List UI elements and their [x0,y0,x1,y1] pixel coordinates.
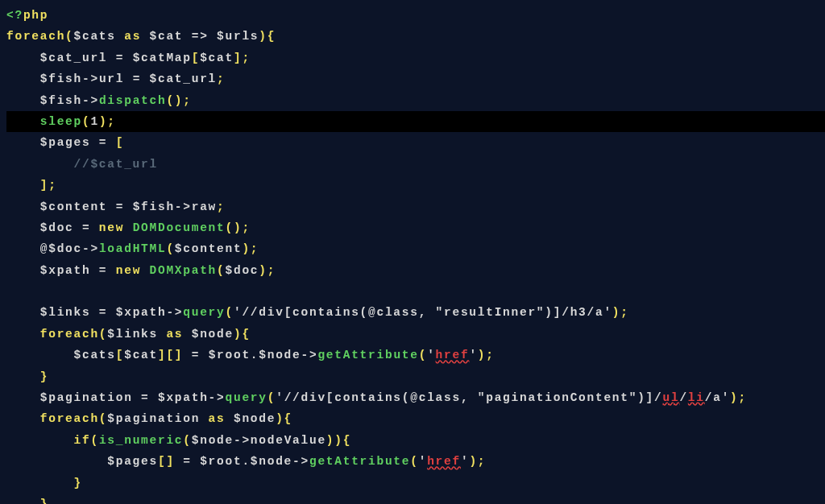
indent [6,242,40,255]
code-line: $doc = new DOMDocument(); [6,217,825,238]
object-arrow: -> [175,200,192,213]
code-line: $cats[$cat][] = $root.$node->getAttribut… [6,345,825,366]
code-line: $fish->url = $cat_url; [6,68,825,89]
object-arrow: -> [82,94,99,107]
paren: )) [326,434,343,447]
variable: $xpath [116,306,167,319]
brace: { [343,434,351,447]
brace: { [267,30,276,43]
object-arrow: -> [234,434,251,447]
indent [6,179,40,192]
brace: } [40,370,48,383]
code-line: foreach($cats as $cat => $urls){ [6,26,825,47]
equals: = [107,200,132,213]
indent [6,52,40,64]
variable: $xpath [40,264,91,277]
indent [6,115,40,128]
bracket: [ [192,52,200,64]
indent [6,370,40,383]
bracket: [] [158,455,175,468]
string-literal: //div[contains(@class, "paginationConten… [284,391,663,404]
variable: $fish [133,200,175,213]
variable: $root [209,349,251,361]
variable: $content [40,200,108,213]
paren: ) [276,412,284,425]
variable: $node [251,455,292,468]
code-editor[interactable]: <?php foreach($cats as $cat => $urls){ $… [6,5,825,504]
semicolon: ; [242,221,250,234]
variable: $cat_url [150,72,218,85]
object-arrow: -> [209,391,226,404]
string-literal: li [688,391,705,404]
quote: ' [276,391,284,404]
blank-line [6,281,825,302]
parens: () [166,94,183,107]
variable: $pagination [107,412,200,425]
quote: ' [603,306,611,319]
semicolon: ; [183,94,191,107]
paren: ( [90,434,98,447]
indent [6,221,40,234]
object-arrow: -> [166,306,183,319]
code-line: $pages[] = $root.$node->getAttribute('hr… [6,451,825,472]
equals: = [183,349,208,361]
paren: ) [242,242,250,255]
variable: $fish [40,94,82,107]
suppress-op: @ [40,242,48,255]
code-line: } [6,494,825,504]
paren: ) [259,264,267,277]
indent [6,94,40,107]
semicolon: ; [48,179,56,192]
variable: $doc [40,221,74,234]
variable: $cat [124,349,158,361]
indent [6,306,40,319]
semicolon: ; [217,72,225,85]
variable: $xpath [158,391,209,404]
code-line: @$doc->loadHTML($content); [6,238,825,259]
foreach-keyword: foreach [6,30,65,43]
indent [6,434,74,447]
equals: = [90,136,115,149]
code-line: foreach($links as $node){ [6,324,825,345]
quote: ' [419,455,427,468]
code-line: $fish->dispatch(); [6,90,825,111]
concat-op: . [251,349,259,361]
quote: ' [427,349,435,361]
string-literal: href [436,349,470,361]
indent [6,477,74,490]
brace: { [242,328,250,341]
variable: $pages [107,455,158,468]
code-line: $cat_url = $catMap[$cat]; [6,48,825,68]
class-name: DOMDocument [133,221,226,234]
code-line: ]; [6,175,825,196]
blank [6,285,15,298]
arrow-op: => [183,30,217,43]
code-line: if(is_numeric($node->nodeValue)){ [6,430,825,451]
method-call: dispatch [99,94,167,107]
new-keyword: new [99,221,133,234]
quote: ' [234,306,242,319]
function-call: is_numeric [99,434,183,447]
indent [6,72,40,85]
code-line: $pagination = $xpath->query('//div[conta… [6,387,825,408]
foreach-keyword: foreach [40,412,99,425]
comment: //$cat_url [74,158,158,171]
brace: { [284,412,292,425]
equals: = [124,72,149,85]
variable: $doc [226,264,259,277]
quote: ' [469,349,477,361]
variable: $pages [40,136,91,149]
variable: $fish [40,72,82,85]
variable: $root [200,455,242,468]
paren: ) [234,328,242,341]
equals: = [90,306,115,319]
indent [6,136,40,149]
indent [6,412,40,425]
object-arrow: -> [292,455,309,468]
variable: $node [192,434,234,447]
code-line: $xpath = new DOMXpath($doc); [6,260,825,281]
string-literal: /a [705,391,722,404]
method-call: getAttribute [309,455,410,468]
semicolon: ; [107,115,115,128]
method-call: loadHTML [99,242,167,255]
